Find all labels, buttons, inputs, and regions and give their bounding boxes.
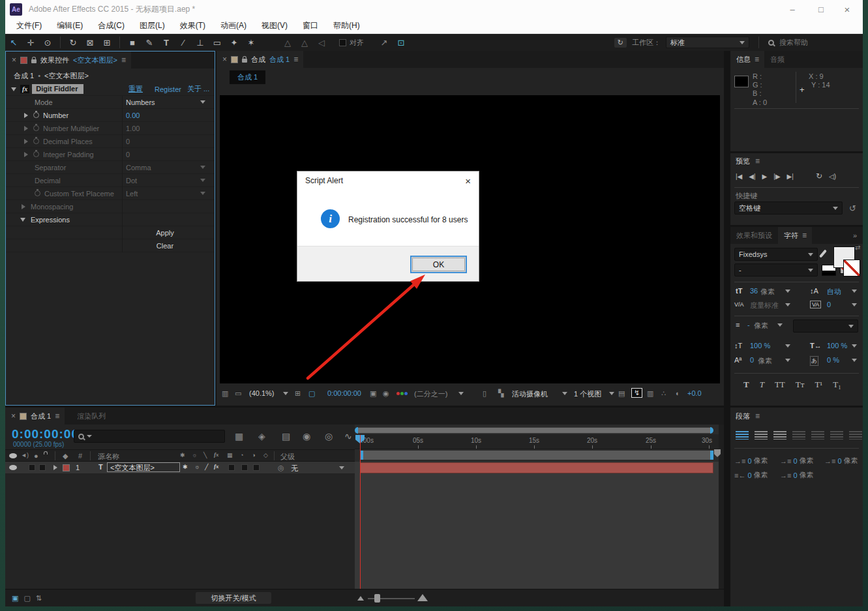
selection-tool-icon[interactable]: ↖	[5, 38, 22, 48]
workspace-dropdown[interactable]: 标准	[666, 37, 749, 48]
last-frame-button[interactable]: ▶|	[787, 173, 794, 180]
font-style-dropdown[interactable]: -	[734, 263, 818, 276]
expand-icon[interactable]	[22, 204, 25, 209]
layer-effect-switch[interactable]: fx	[214, 463, 219, 469]
layer-3d-switch[interactable]	[253, 464, 260, 471]
pen-tool-icon[interactable]: ✎	[141, 38, 158, 48]
draft-3d-icon[interactable]: ◈	[258, 431, 265, 441]
panel-overflow[interactable]: »	[847, 227, 863, 244]
chevron-down-icon[interactable]	[283, 392, 288, 395]
align-left-button[interactable]	[736, 431, 749, 440]
stroke-color-swatch[interactable]	[843, 260, 860, 276]
parent-value[interactable]: 无	[291, 464, 298, 473]
help-search-input[interactable]	[779, 38, 858, 46]
font-family-dropdown[interactable]: Fixedsys	[734, 248, 818, 261]
flowchart-button-icon[interactable]: ∴	[661, 389, 666, 398]
menu-view[interactable]: 视图(V)	[262, 20, 288, 31]
menu-layer[interactable]: 图层(L)	[140, 20, 165, 31]
brush-tool-icon[interactable]: ∕	[175, 38, 192, 48]
tracking-value[interactable]: 0	[827, 301, 831, 308]
pixel-aspect-icon[interactable]: ▯	[483, 389, 486, 398]
space-before-value[interactable]: 0	[837, 457, 841, 465]
layer-motion-blur-switch[interactable]	[241, 464, 248, 471]
parent-column[interactable]: 父级	[280, 452, 295, 462]
horizontal-scale-value[interactable]: 100 %	[827, 342, 847, 350]
chevron-down-icon[interactable]	[852, 344, 857, 348]
layer-duration-bar[interactable]	[360, 462, 713, 473]
puppet-pin-tool-icon[interactable]: ✶	[243, 38, 260, 48]
panel-menu-icon[interactable]: ≡	[755, 55, 758, 64]
view-count-value[interactable]: 1 个视图	[574, 389, 601, 399]
work-area-bar[interactable]	[360, 451, 713, 460]
dialog-close-icon[interactable]: ×	[465, 175, 471, 186]
clear-button[interactable]: Clear	[126, 242, 204, 250]
timeline-button-icon[interactable]: ▥	[647, 389, 653, 398]
baseline-shift-value[interactable]: 0	[750, 356, 754, 364]
panel-menu-icon[interactable]: ≡	[802, 231, 806, 240]
space-after-value[interactable]: 0	[793, 471, 797, 479]
leading-value[interactable]: 自动	[827, 287, 841, 297]
layer-quality-switch[interactable]: ╱	[205, 464, 208, 470]
tab-audio[interactable]: 音频	[764, 51, 790, 68]
indent-left-value[interactable]: 0	[747, 457, 751, 465]
layer-audio-toggle[interactable]	[29, 464, 35, 471]
hand-tool-icon[interactable]: ✛	[22, 38, 39, 48]
motion-blur-icon[interactable]: ◎	[325, 431, 333, 441]
small-caps-button[interactable]: Tᴛ	[796, 380, 805, 390]
fx-badge-icon[interactable]: fx	[20, 85, 29, 93]
clone-stamp-tool-icon[interactable]: ⊥	[192, 38, 209, 48]
chevron-down-icon[interactable]	[562, 392, 567, 395]
transparency-grid-icon[interactable]: ▚	[498, 389, 503, 398]
subscript-button[interactable]: T₁	[833, 380, 841, 390]
swap-fill-stroke-icon[interactable]: ⇄	[855, 244, 860, 251]
superscript-button[interactable]: T¹	[815, 380, 822, 390]
chevron-down-icon[interactable]	[785, 303, 790, 306]
expand-arrow-icon[interactable]: ↗	[376, 38, 393, 48]
chevron-down-icon[interactable]	[852, 290, 857, 293]
exposure-value[interactable]: +0.0	[687, 389, 702, 397]
stopwatch-icon[interactable]	[33, 151, 39, 157]
monitor-icon[interactable]: ▭	[235, 389, 241, 398]
zoom-tool-icon[interactable]: ⊙	[39, 38, 56, 48]
chevron-down-icon[interactable]	[777, 323, 783, 327]
breadcrumb-comp[interactable]: 合成 1	[14, 71, 34, 81]
stopwatch-icon[interactable]	[35, 190, 40, 196]
resolution-value[interactable]: (二分之一)	[414, 389, 447, 399]
reset-icon[interactable]: ↺	[849, 203, 856, 213]
first-frame-button[interactable]: |◀	[736, 173, 742, 180]
world-axis-icon[interactable]: △	[296, 38, 313, 48]
justify-all-button[interactable]	[849, 431, 862, 440]
chevron-down-icon[interactable]	[852, 303, 857, 306]
shape-tool-icon[interactable]: ■	[124, 38, 141, 48]
source-name-column[interactable]: 源名称	[98, 452, 119, 462]
view-layout-icon[interactable]: ▤	[618, 389, 625, 398]
panel-menu-icon[interactable]: ≡	[293, 55, 297, 64]
indent-first-line-value[interactable]: 0	[793, 457, 797, 465]
parent-pickwhip-icon[interactable]: ◎	[278, 464, 284, 472]
justify-last-right-button[interactable]	[830, 431, 843, 440]
tab-effect-controls[interactable]: × 效果控件 <空文本图层> ≡	[6, 52, 131, 68]
timeline-search-field[interactable]	[74, 430, 225, 443]
expand-icon[interactable]	[24, 113, 28, 118]
close-icon[interactable]: ×	[11, 411, 16, 421]
about-link[interactable]: 关于 ...	[187, 84, 209, 94]
scrollbar-right-cap[interactable]	[710, 427, 713, 434]
layer-visibility-icon[interactable]	[9, 465, 17, 470]
toggle-switches-modes-button[interactable]: 切换开关/模式	[196, 592, 271, 604]
next-frame-button[interactable]: |▶	[773, 173, 780, 180]
tab-render-queue[interactable]: 渲染队列	[71, 408, 112, 425]
fast-previews-icon[interactable]: ↯	[631, 388, 642, 398]
eraser-tool-icon[interactable]: ▭	[209, 38, 226, 48]
rotation-tool-icon[interactable]: ↻	[65, 38, 82, 48]
eyedropper-icon[interactable]	[819, 249, 827, 258]
stroke-style-dropdown[interactable]	[793, 320, 858, 333]
property-value[interactable]: 0.00	[126, 112, 140, 119]
chevron-down-icon[interactable]	[785, 290, 790, 293]
show-channel-icon[interactable]	[397, 392, 408, 395]
panel-menu-icon[interactable]: ≡	[755, 156, 759, 166]
faux-italic-button[interactable]: T	[760, 380, 764, 390]
tab-timeline-comp[interactable]: × 合成 1 ≡	[5, 408, 65, 425]
panel-menu-icon[interactable]: ≡	[55, 411, 59, 421]
layer-collapse-switch[interactable]: ☼	[194, 464, 200, 470]
justify-last-left-button[interactable]	[792, 431, 805, 440]
